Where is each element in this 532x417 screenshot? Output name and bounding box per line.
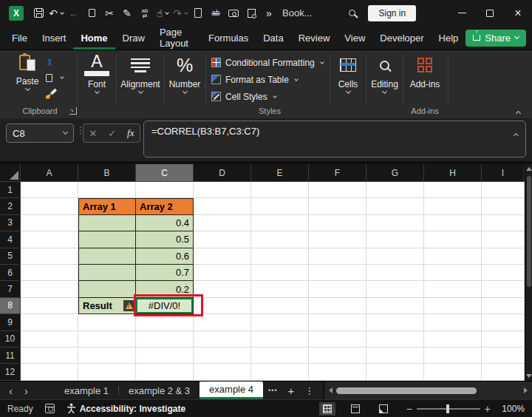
enter-icon[interactable]: ✓ (108, 128, 116, 139)
cell-D3[interactable] (194, 215, 251, 231)
accessibility-status[interactable]: Accessibility: Investigate (66, 403, 185, 414)
zoom-slider[interactable] (417, 408, 480, 410)
cell-F1[interactable] (309, 182, 366, 198)
cell-F2[interactable] (309, 198, 366, 214)
cell-B8[interactable]: Result (78, 298, 136, 314)
cell-F5[interactable] (309, 248, 366, 265)
cell-I3[interactable] (482, 215, 525, 231)
row-header-4[interactable]: 4 (0, 231, 21, 248)
cell-F3[interactable] (309, 215, 366, 231)
new-sheet-icon[interactable]: + (283, 382, 300, 399)
cell-A4[interactable] (21, 231, 78, 248)
cell-B3[interactable] (78, 215, 136, 231)
cell-G11[interactable] (366, 348, 424, 364)
sheet-tab-example-1[interactable]: example 1 (55, 382, 118, 399)
row-header-1[interactable]: 1 (0, 182, 21, 198)
cell-I2[interactable] (482, 198, 525, 214)
strikethrough-icon[interactable]: ab (207, 4, 225, 23)
zoom-slider-thumb[interactable] (446, 404, 449, 413)
column-header-F[interactable]: F (309, 164, 366, 182)
cell-A12[interactable] (21, 364, 78, 380)
cell-B6[interactable] (78, 265, 136, 281)
conditional-formatting-button[interactable]: Conditional Formatting (211, 54, 328, 71)
cell-H12[interactable] (424, 364, 482, 380)
add-ins-button[interactable]: Add-ins (404, 53, 446, 89)
cell-E7[interactable] (251, 281, 309, 297)
cell-styles-button[interactable]: Cell Styles (211, 88, 328, 105)
cell-A10[interactable] (21, 331, 78, 348)
maximize-icon[interactable] (476, 0, 504, 26)
column-header-C[interactable]: C (136, 164, 194, 182)
cell-F9[interactable] (309, 314, 366, 330)
error-warning-icon[interactable] (123, 300, 134, 311)
cell-F7[interactable] (309, 281, 366, 297)
menu-tab-review[interactable]: Review (291, 26, 338, 50)
cell-H1[interactable] (424, 182, 482, 198)
cell-I5[interactable] (482, 248, 525, 265)
column-header-D[interactable]: D (194, 164, 251, 182)
cell-H7[interactable] (424, 281, 482, 297)
cell-E1[interactable] (251, 182, 309, 198)
more-sheets-icon[interactable]: ••• (263, 382, 282, 399)
cell-G6[interactable] (366, 265, 424, 281)
collapse-formula-bar-icon[interactable] (514, 133, 519, 138)
zoom-in-button[interactable]: + (480, 403, 495, 415)
cell-F6[interactable] (309, 265, 366, 281)
horizontal-scroll-thumb[interactable] (336, 387, 477, 394)
clipboard-dialog-launcher-icon[interactable]: ↘ (69, 107, 77, 115)
cell-G1[interactable] (366, 182, 424, 198)
cell-I8[interactable] (482, 298, 525, 314)
cell-D2[interactable] (194, 198, 251, 214)
cell-F8[interactable] (309, 298, 366, 314)
cell-E3[interactable] (251, 215, 309, 231)
cell-F11[interactable] (309, 348, 366, 364)
cell-F4[interactable] (309, 231, 366, 248)
cell-A5[interactable] (21, 248, 78, 265)
cell-E10[interactable] (251, 331, 309, 348)
cell-B2[interactable]: Array 1 (78, 198, 136, 214)
column-header-A[interactable]: A (21, 164, 78, 182)
insert-function-icon[interactable]: fx (127, 127, 134, 139)
camera-icon[interactable] (225, 4, 242, 23)
name-box[interactable]: C8 (6, 123, 74, 143)
copy-icon[interactable] (83, 4, 100, 23)
cell-H3[interactable] (424, 215, 482, 231)
cell-E4[interactable] (251, 231, 309, 248)
cell-F10[interactable] (309, 331, 366, 348)
cell-F12[interactable] (309, 364, 366, 380)
cell-H11[interactable] (424, 348, 482, 364)
row-header-5[interactable]: 5 (0, 248, 21, 265)
save-icon[interactable] (30, 4, 47, 23)
horizontal-scrollbar[interactable] (324, 382, 532, 399)
menu-tab-data[interactable]: Data (256, 26, 290, 50)
row-header-10[interactable]: 10 (0, 331, 21, 348)
row-header-3[interactable]: 3 (0, 215, 21, 231)
sign-in-button[interactable]: Sign in (368, 5, 416, 21)
cell-B12[interactable] (78, 364, 136, 380)
column-header-H[interactable]: H (424, 164, 482, 182)
scroll-down-icon[interactable] (526, 374, 532, 378)
menu-tab-draw[interactable]: Draw (115, 26, 152, 50)
cell-G5[interactable] (366, 248, 424, 265)
cell-B4[interactable] (78, 231, 136, 248)
cell-C12[interactable] (136, 364, 194, 380)
lookup-icon[interactable] (242, 4, 260, 23)
cell-G8[interactable] (366, 298, 424, 314)
cell-H5[interactable] (424, 248, 482, 265)
column-header-B[interactable]: B (78, 164, 136, 182)
cut-button[interactable]: ✂ (46, 53, 72, 70)
number-menu-button[interactable]: % Number (166, 53, 204, 93)
back-icon[interactable]: ← (65, 4, 83, 23)
cell-I10[interactable] (482, 331, 525, 348)
prev-sheet-icon[interactable]: ‹ (9, 384, 13, 397)
undo-icon[interactable]: ↶ (47, 4, 65, 23)
cell-I7[interactable] (482, 281, 525, 297)
normal-view-button[interactable] (319, 402, 335, 416)
column-header-I[interactable]: I (482, 164, 525, 182)
cell-C10[interactable] (136, 331, 194, 348)
column-header-E[interactable]: E (251, 164, 309, 182)
column-header-G[interactable]: G (366, 164, 424, 182)
cell-C1[interactable] (136, 182, 194, 198)
cut-icon[interactable]: ✂ (100, 4, 118, 23)
draw-icon[interactable]: ✎ (118, 4, 136, 23)
